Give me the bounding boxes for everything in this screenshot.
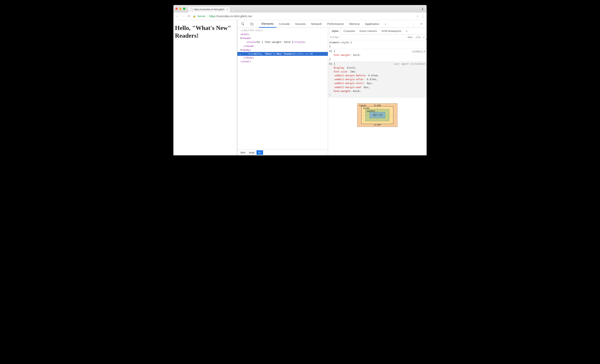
elements-panel: <!DOCTYPE html> <html> ▼<head> <style>h1… [237, 28, 328, 155]
rule-source-link[interactable]: (index):4 [412, 49, 425, 53]
tab-application[interactable]: Application [362, 20, 382, 28]
tab-styles[interactable]: Styles [329, 28, 341, 34]
dom-head-close[interactable]: </head> [237, 44, 328, 48]
tab-sources[interactable]: Sources [292, 20, 309, 28]
url-field[interactable]: 🔒 Secure | https://overrides-in-html.gli… [193, 15, 413, 18]
lock-icon: 🔒 [193, 15, 196, 18]
border-left[interactable]: - [362, 114, 363, 117]
css-declaration[interactable]: -webkit-margin-before: 0.67em; [329, 74, 425, 77]
tab-event-listeners[interactable]: Event Listeners [357, 28, 379, 34]
resize-corner-icon[interactable] [425, 39, 427, 40]
dom-style[interactable]: <style>h1 { font-weight: bold }</style> [237, 40, 328, 44]
css-declaration[interactable]: font-weight: bold; [329, 53, 425, 57]
margin-left[interactable]: - [358, 114, 359, 117]
devtools-body: <!DOCTYPE html> <html> ▼<head> <style>h1… [237, 28, 427, 155]
minimize-window-icon[interactable] [179, 8, 181, 10]
tabs-overflow-icon[interactable]: » [382, 20, 389, 28]
css-declaration[interactable]: font-size: 2em; [329, 70, 425, 74]
padding-bottom[interactable]: - [377, 118, 378, 120]
crumb-body[interactable]: body [247, 150, 256, 155]
tab-performance[interactable]: Performance [325, 20, 347, 28]
tab-title: https://overrides-in-html.glitch [194, 8, 225, 11]
dom-doctype[interactable]: <!DOCTYPE html> [237, 29, 328, 32]
css-declaration[interactable]: -webkit-margin-start: 0px; [329, 81, 425, 85]
crumb-h1[interactable]: h1 [256, 150, 263, 155]
devtools-tabs: Elements Console Sources Network Perform… [237, 20, 427, 28]
css-declaration[interactable]: -webkit-margin-end: 0px; [329, 85, 425, 89]
separator: | [207, 15, 208, 18]
rule-h1-ua[interactable]: user agent stylesheet h1 { display: bloc… [328, 62, 427, 98]
css-declaration[interactable]: display: block; [329, 66, 425, 70]
close-window-icon[interactable] [175, 8, 178, 10]
device-toolbar-icon[interactable] [247, 20, 256, 28]
browser-window: https://overrides-in-html.glitch × ← → ⟳… [173, 5, 427, 155]
dom-html-open[interactable]: <html> [237, 32, 328, 36]
rule-selector: element.style { [329, 41, 425, 45]
css-declaration-overridden[interactable]: font-weight: bold; [329, 89, 425, 93]
inspect-icon[interactable] [239, 20, 247, 28]
url-rest: ://overrides-in-html.glitch.me [216, 15, 252, 18]
tab-memory[interactable]: Memory [347, 20, 362, 28]
browser-tab[interactable]: https://overrides-in-html.glitch × [188, 7, 230, 12]
rule-h1-author[interactable]: (index):4 h1 { font-weight: bold; } [328, 49, 427, 62]
profile-avatar-icon[interactable] [421, 7, 425, 11]
cls-toggle[interactable]: .cls [415, 36, 421, 39]
new-style-rule-icon[interactable]: ＋ [422, 36, 425, 39]
tab-network[interactable]: Network [309, 20, 325, 28]
rule-close: } [329, 57, 425, 61]
svg-point-0 [422, 8, 423, 9]
rule-source: user agent stylesheet [394, 62, 425, 66]
reload-button[interactable]: ⟳ [188, 15, 190, 18]
devtools-panel: Elements Console Sources Network Perform… [237, 20, 427, 155]
box-model-border[interactable]: border - - - - padding - - - [361, 106, 393, 124]
styles-rules: element.style { } (index):4 h1 { font-we… [328, 40, 427, 98]
styles-filter-row: :hov .cls ＋ [328, 34, 427, 40]
padding-right[interactable]: - [388, 114, 388, 117]
rendered-page: Hello, "What's New" Readers! [173, 20, 237, 155]
devtools-menu-icon[interactable]: ⋮ [409, 20, 418, 28]
css-declaration[interactable]: -webkit-margin-after: 0.67em; [329, 77, 425, 81]
svg-rect-3 [252, 23, 253, 25]
padding-label: padding [367, 110, 375, 112]
rule-element-style[interactable]: element.style { } [328, 40, 427, 49]
rule-close: } [329, 93, 425, 97]
close-tab-icon[interactable]: × [227, 8, 228, 11]
dom-head-open[interactable]: ▼<head> [237, 36, 328, 40]
styles-tabs: Styles Computed Event Listeners DOM Brea… [328, 28, 427, 34]
dom-body-open[interactable]: ▼<body> [237, 48, 328, 52]
margin-right[interactable]: - [396, 114, 396, 117]
address-bar: ← → ⟳ 🔒 Secure | https://overrides-in-ht… [173, 12, 427, 20]
dom-h1-selected[interactable]: … <h1>Hello, "What's New" Readers!</h1> … [237, 52, 328, 56]
dom-tree[interactable]: <!DOCTYPE html> <html> ▼<head> <style>h1… [237, 28, 328, 150]
styles-tabs-overflow-icon[interactable]: » [404, 28, 410, 34]
dom-body-close[interactable]: </body> [237, 56, 328, 60]
secure-label: Secure [197, 15, 205, 18]
border-right[interactable]: - [392, 114, 392, 117]
padding-left[interactable]: - [366, 114, 367, 117]
tab-console[interactable]: Console [276, 20, 292, 28]
box-model-margin[interactable]: margin 21.440 21.440 - - border - - - [357, 103, 397, 127]
hov-toggle[interactable]: :hov [406, 36, 412, 39]
dom-html-close[interactable]: </html> [237, 60, 328, 64]
box-model-padding[interactable]: padding - - - - 352 × 74 [365, 109, 389, 121]
devtools-close-icon[interactable]: ✕ [418, 20, 425, 28]
bookmark-star-icon[interactable]: ☆ [416, 14, 419, 18]
box-model-content[interactable]: 352 × 74 [369, 112, 385, 118]
crumb-html[interactable]: html [239, 150, 247, 155]
page-icon [190, 8, 193, 11]
separator [257, 22, 258, 26]
content-row: Hello, "What's New" Readers! Elements Co… [173, 20, 427, 155]
forward-button[interactable]: → [181, 14, 185, 18]
tab-dom-breakpoints[interactable]: DOM Breakpoints [379, 28, 404, 34]
titlebar: https://overrides-in-html.glitch × [173, 5, 427, 12]
tab-elements[interactable]: Elements [259, 20, 276, 28]
rule-close: } [329, 45, 425, 48]
padding-top[interactable]: - [377, 110, 378, 113]
tab-computed[interactable]: Computed [341, 28, 357, 34]
zoom-window-icon[interactable] [183, 8, 185, 10]
back-button[interactable]: ← [175, 14, 179, 18]
styles-filter-input[interactable] [329, 36, 404, 39]
new-tab-button[interactable] [231, 8, 236, 12]
rule-selector: h1 { [329, 49, 425, 53]
chrome-menu-icon[interactable]: ⋮ [421, 14, 425, 18]
